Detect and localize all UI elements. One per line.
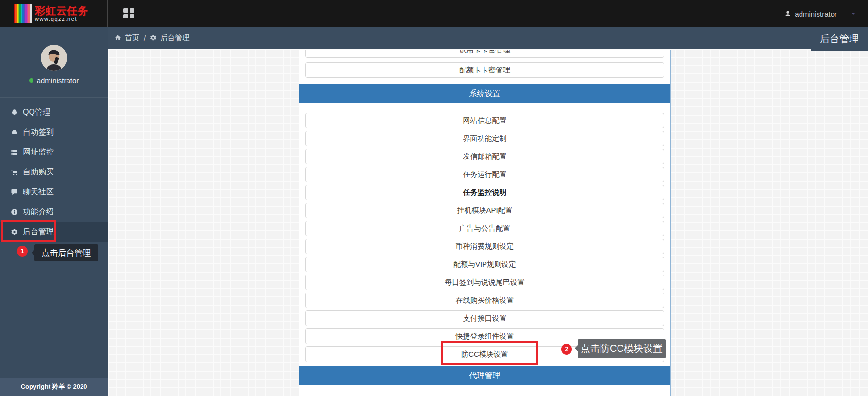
content-area: 试用卡卡密管理配额卡卡密管理 系统设置 网站信息配置界面功能定制发信邮箱配置任务… [108, 49, 868, 396]
settings-item-币种消费规则设定[interactable]: 币种消费规则设定 [305, 239, 664, 254]
settings-item-配额卡卡密管理[interactable]: 配额卡卡密管理 [305, 62, 664, 78]
step-1-tooltip: 点击后台管理 [34, 244, 98, 261]
logo-url: www.qqzz.net [35, 17, 88, 22]
sidebar-menu: QQ管理自动签到网址监控自助购买聊天社区功能介绍后台管理 [0, 97, 108, 242]
cloud-icon [11, 129, 18, 136]
step-1-badge: 1 [17, 246, 28, 257]
chat-icon [11, 189, 18, 196]
section-header-system: 系统设置 [299, 84, 670, 103]
sidebar-item-QQ管理[interactable]: QQ管理 [0, 103, 108, 122]
sidebar-item-label: 功能介绍 [23, 207, 54, 217]
breadcrumb-separator: / [144, 34, 146, 42]
sidebar-item-label: 自动签到 [23, 127, 54, 138]
step-2-badge: 2 [561, 344, 572, 355]
user-icon [785, 10, 791, 17]
sidebar: administrator QQ管理自动签到网址监控自助购买聊天社区功能介绍后台… [0, 27, 108, 396]
settings-item-广告与公告配置[interactable]: 广告与公告配置 [305, 221, 664, 236]
sidebar-item-后台管理[interactable]: 后台管理 [0, 222, 108, 242]
cart-icon [11, 169, 18, 176]
gear-icon [11, 228, 18, 236]
home-icon [115, 34, 121, 41]
logo-title: 彩虹云任务 [35, 5, 88, 16]
menu-toggle-grid-icon[interactable] [123, 8, 134, 18]
rainbow-barcode-logo-icon [14, 4, 32, 23]
qq-icon [11, 109, 18, 116]
section-header-agent: 代理管理 [299, 366, 670, 385]
sidebar-item-label: QQ管理 [23, 107, 50, 118]
online-status-dot [29, 78, 33, 83]
settings-item-发信邮箱配置[interactable]: 发信邮箱配置 [305, 149, 664, 164]
gear-icon [150, 34, 157, 41]
settings-item-每日签到与说说尾巴设置[interactable]: 每日签到与说说尾巴设置 [305, 275, 664, 290]
avatar-photo [41, 45, 67, 71]
settings-item-配额与VIP规则设定[interactable]: 配额与VIP规则设定 [305, 257, 664, 272]
sidebar-item-label: 后台管理 [23, 227, 54, 237]
settings-item-任务监控说明[interactable]: 任务监控说明 [305, 185, 664, 200]
settings-item-挂机模块API配置[interactable]: 挂机模块API配置 [305, 203, 664, 218]
settings-item-任务运行配置[interactable]: 任务运行配置 [305, 167, 664, 182]
avatar[interactable] [41, 45, 67, 71]
step-2-tooltip: 点击防CC模块设置 [578, 339, 666, 358]
info-icon [11, 208, 18, 216]
copyright: Copyright 羚羊 © 2020 [0, 378, 108, 396]
breadcrumb-bar: 首页 / 后台管理 后台管理 [108, 27, 868, 49]
username-label: administrator [795, 10, 837, 18]
breadcrumb-current: 后台管理 [160, 34, 189, 43]
grid-square [123, 8, 128, 13]
logo[interactable]: 彩虹云任务 www.qqzz.net [0, 0, 108, 27]
card-key-list: 试用卡卡密管理配额卡卡密管理 [299, 50, 670, 78]
grid-square [123, 14, 128, 18]
monitor-icon [11, 149, 18, 156]
sidebar-item-自助购买[interactable]: 自助购买 [0, 162, 108, 182]
grid-square [130, 14, 134, 18]
admin-page: { "topbar": { "logo_title": "彩虹云任务", "lo… [0, 0, 868, 396]
settings-item-网站信息配置[interactable]: 网站信息配置 [305, 113, 664, 128]
user-menu[interactable]: administrator [785, 0, 856, 27]
settings-item-支付接口设置[interactable]: 支付接口设置 [305, 310, 664, 326]
breadcrumb-home[interactable]: 首页 [125, 34, 139, 43]
sidebar-item-label: 聊天社区 [23, 187, 54, 197]
sidebar-item-label: 自助购买 [23, 167, 54, 177]
chevron-down-icon [851, 11, 856, 17]
sidebar-item-自动签到[interactable]: 自动签到 [0, 122, 108, 142]
sidebar-username: administrator [37, 76, 79, 85]
grid-square [130, 8, 134, 13]
topbar: 彩虹云任务 www.qqzz.net administrator [0, 0, 868, 27]
sidebar-item-label: 网址监控 [23, 147, 54, 157]
system-settings-list: 网站信息配置界面功能定制发信邮箱配置任务运行配置任务监控说明挂机模块API配置广… [299, 113, 670, 362]
sidebar-item-聊天社区[interactable]: 聊天社区 [0, 182, 108, 202]
active-page-tab[interactable]: 后台管理 [811, 27, 868, 51]
sidebar-item-网址监控[interactable]: 网址监控 [0, 142, 108, 162]
settings-item-界面功能定制[interactable]: 界面功能定制 [305, 131, 664, 146]
settings-item-在线购买价格设置[interactable]: 在线购买价格设置 [305, 293, 664, 308]
settings-item-试用卡卡密管理[interactable]: 试用卡卡密管理 [305, 50, 664, 58]
sidebar-item-功能介绍[interactable]: 功能介绍 [0, 202, 108, 222]
